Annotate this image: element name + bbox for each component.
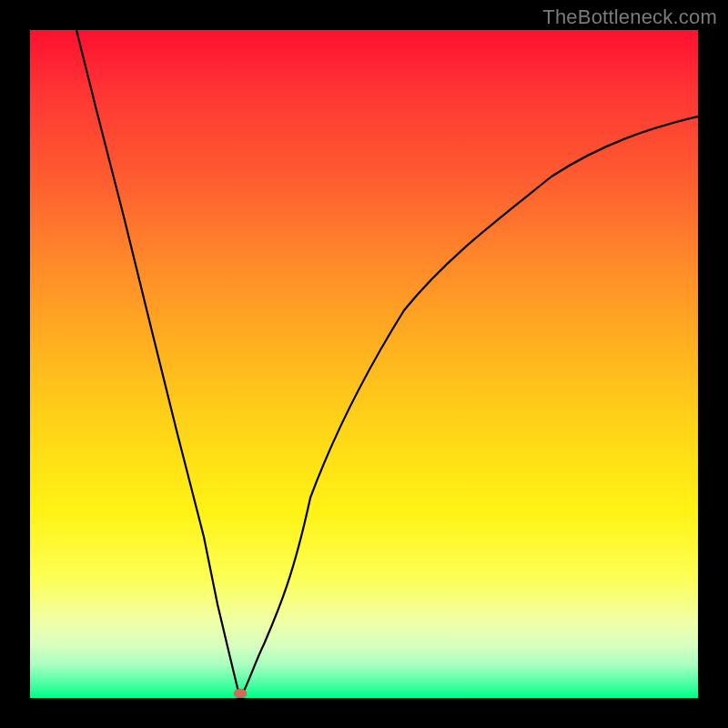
curve-svg: [30, 30, 698, 698]
watermark-label: TheBottleneck.com: [542, 5, 717, 29]
plot-area: [30, 30, 698, 698]
curve-right-branch: [240, 116, 698, 698]
chart-frame: TheBottleneck.com: [0, 0, 728, 728]
minimum-marker-dot: [234, 689, 247, 698]
curve-left-branch: [76, 30, 240, 698]
